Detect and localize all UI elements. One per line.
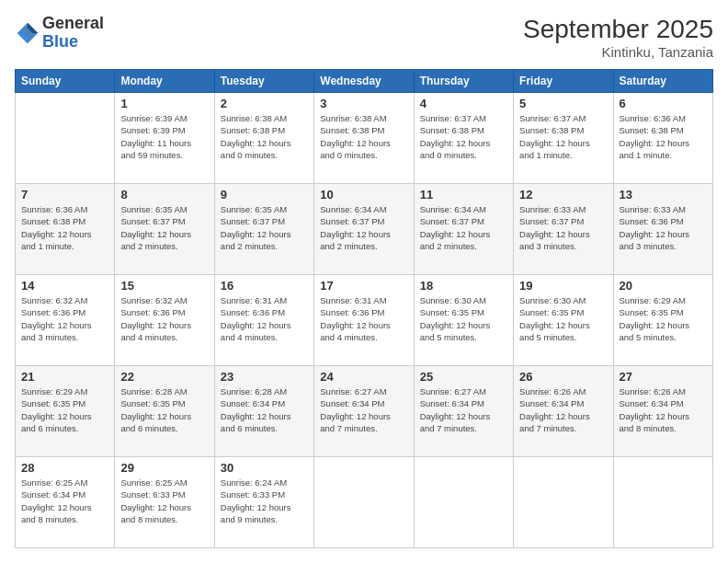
day-info: Sunrise: 6:26 AM Sunset: 6:34 PM Dayligh…: [620, 385, 707, 434]
calendar-body: 1Sunrise: 6:39 AM Sunset: 6:39 PM Daylig…: [16, 93, 713, 548]
day-info: Sunrise: 6:34 AM Sunset: 6:37 PM Dayligh…: [420, 203, 507, 252]
day-info: Sunrise: 6:37 AM Sunset: 6:38 PM Dayligh…: [420, 112, 507, 161]
day-number: 14: [21, 279, 108, 293]
calendar-cell: 17Sunrise: 6:31 AM Sunset: 6:36 PM Dayli…: [314, 275, 414, 366]
day-info: Sunrise: 6:34 AM Sunset: 6:37 PM Dayligh…: [320, 203, 407, 252]
day-info: Sunrise: 6:36 AM Sunset: 6:38 PM Dayligh…: [21, 203, 108, 252]
day-info: Sunrise: 6:29 AM Sunset: 6:35 PM Dayligh…: [620, 294, 707, 343]
calendar-cell: 3Sunrise: 6:38 AM Sunset: 6:38 PM Daylig…: [314, 93, 414, 184]
day-info: Sunrise: 6:25 AM Sunset: 6:33 PM Dayligh…: [120, 477, 208, 525]
day-number: 23: [221, 370, 308, 384]
day-number: 7: [21, 188, 108, 201]
calendar-cell: 15Sunrise: 6:32 AM Sunset: 6:36 PM Dayli…: [115, 275, 214, 366]
day-number: 9: [221, 188, 308, 201]
col-saturday: Saturday: [613, 70, 712, 93]
day-number: 18: [420, 279, 507, 293]
day-number: 10: [320, 188, 407, 201]
calendar-cell: [16, 93, 115, 184]
calendar-header: Sunday Monday Tuesday Wednesday Thursday…: [16, 70, 713, 93]
day-number: 12: [519, 188, 607, 201]
calendar-cell: [314, 457, 414, 548]
calendar-cell: 21Sunrise: 6:29 AM Sunset: 6:35 PM Dayli…: [16, 366, 115, 457]
calendar-cell: 8Sunrise: 6:35 AM Sunset: 6:37 PM Daylig…: [115, 184, 214, 275]
day-info: Sunrise: 6:36 AM Sunset: 6:38 PM Dayligh…: [620, 112, 707, 161]
calendar-cell: 22Sunrise: 6:28 AM Sunset: 6:35 PM Dayli…: [115, 366, 214, 457]
day-info: Sunrise: 6:33 AM Sunset: 6:37 PM Dayligh…: [519, 203, 607, 252]
day-number: 4: [420, 97, 507, 110]
calendar-cell: 6Sunrise: 6:36 AM Sunset: 6:38 PM Daylig…: [613, 93, 712, 184]
day-number: 6: [620, 97, 707, 110]
calendar-cell: 20Sunrise: 6:29 AM Sunset: 6:35 PM Dayli…: [613, 275, 712, 366]
calendar-cell: 7Sunrise: 6:36 AM Sunset: 6:38 PM Daylig…: [16, 184, 115, 275]
day-info: Sunrise: 6:29 AM Sunset: 6:35 PM Dayligh…: [21, 385, 108, 434]
calendar-cell: 27Sunrise: 6:26 AM Sunset: 6:34 PM Dayli…: [613, 366, 712, 457]
day-number: 22: [120, 370, 208, 384]
calendar-cell: [613, 457, 712, 548]
calendar-cell: 18Sunrise: 6:30 AM Sunset: 6:35 PM Dayli…: [414, 275, 513, 366]
day-info: Sunrise: 6:30 AM Sunset: 6:35 PM Dayligh…: [519, 294, 607, 343]
day-number: 28: [21, 461, 108, 475]
day-number: 25: [420, 370, 507, 384]
col-wednesday: Wednesday: [314, 70, 414, 93]
day-number: 5: [519, 97, 607, 110]
calendar-cell: 25Sunrise: 6:27 AM Sunset: 6:34 PM Dayli…: [414, 366, 513, 457]
day-info: Sunrise: 6:31 AM Sunset: 6:36 PM Dayligh…: [320, 294, 407, 343]
day-info: Sunrise: 6:32 AM Sunset: 6:36 PM Dayligh…: [120, 294, 208, 343]
day-number: 26: [519, 370, 607, 384]
title-block: September 2025 Kintinku, Tanzania: [523, 15, 713, 60]
day-info: Sunrise: 6:27 AM Sunset: 6:34 PM Dayligh…: [420, 385, 507, 434]
logo: General Blue: [15, 15, 104, 52]
logo-blue-text: Blue: [42, 32, 78, 51]
page: General Blue September 2025 Kintinku, Ta…: [0, 0, 728, 563]
day-number: 30: [221, 461, 308, 475]
calendar-cell: 23Sunrise: 6:28 AM Sunset: 6:34 PM Dayli…: [214, 366, 313, 457]
week-row-3: 14Sunrise: 6:32 AM Sunset: 6:36 PM Dayli…: [16, 275, 713, 366]
logo-icon: [15, 20, 40, 46]
calendar-cell: 12Sunrise: 6:33 AM Sunset: 6:37 PM Dayli…: [514, 184, 613, 275]
header: General Blue September 2025 Kintinku, Ta…: [15, 15, 713, 60]
day-number: 13: [620, 188, 707, 201]
day-info: Sunrise: 6:32 AM Sunset: 6:36 PM Dayligh…: [21, 294, 108, 343]
day-number: 8: [120, 188, 208, 201]
day-number: 24: [320, 370, 407, 384]
day-info: Sunrise: 6:28 AM Sunset: 6:34 PM Dayligh…: [221, 385, 308, 434]
day-number: 16: [221, 279, 308, 293]
day-number: 1: [120, 97, 208, 110]
calendar-cell: 9Sunrise: 6:35 AM Sunset: 6:37 PM Daylig…: [214, 184, 313, 275]
calendar-cell: 13Sunrise: 6:33 AM Sunset: 6:36 PM Dayli…: [613, 184, 712, 275]
calendar-cell: 2Sunrise: 6:38 AM Sunset: 6:38 PM Daylig…: [214, 93, 313, 184]
day-info: Sunrise: 6:28 AM Sunset: 6:35 PM Dayligh…: [120, 385, 208, 434]
day-info: Sunrise: 6:24 AM Sunset: 6:33 PM Dayligh…: [221, 477, 308, 525]
day-info: Sunrise: 6:35 AM Sunset: 6:37 PM Dayligh…: [221, 203, 308, 252]
col-sunday: Sunday: [16, 70, 115, 93]
calendar-cell: 28Sunrise: 6:25 AM Sunset: 6:34 PM Dayli…: [16, 457, 115, 548]
day-number: 19: [519, 279, 607, 293]
calendar-cell: [414, 457, 513, 548]
calendar-cell: 29Sunrise: 6:25 AM Sunset: 6:33 PM Dayli…: [115, 457, 214, 548]
day-info: Sunrise: 6:26 AM Sunset: 6:34 PM Dayligh…: [519, 385, 607, 434]
logo-general-text: General: [42, 14, 104, 32]
calendar-cell: 10Sunrise: 6:34 AM Sunset: 6:37 PM Dayli…: [314, 184, 414, 275]
day-info: Sunrise: 6:33 AM Sunset: 6:36 PM Dayligh…: [620, 203, 707, 252]
week-row-1: 1Sunrise: 6:39 AM Sunset: 6:39 PM Daylig…: [16, 93, 713, 184]
header-row: Sunday Monday Tuesday Wednesday Thursday…: [16, 70, 713, 93]
week-row-4: 21Sunrise: 6:29 AM Sunset: 6:35 PM Dayli…: [16, 366, 713, 457]
day-info: Sunrise: 6:39 AM Sunset: 6:39 PM Dayligh…: [120, 112, 208, 161]
calendar-cell: 5Sunrise: 6:37 AM Sunset: 6:38 PM Daylig…: [514, 93, 613, 184]
day-info: Sunrise: 6:31 AM Sunset: 6:36 PM Dayligh…: [221, 294, 308, 343]
col-tuesday: Tuesday: [214, 70, 313, 93]
calendar-cell: 14Sunrise: 6:32 AM Sunset: 6:36 PM Dayli…: [16, 275, 115, 366]
day-number: 29: [120, 461, 208, 475]
day-number: 15: [120, 279, 208, 293]
calendar-cell: 1Sunrise: 6:39 AM Sunset: 6:39 PM Daylig…: [115, 93, 214, 184]
day-number: 2: [221, 97, 308, 110]
day-number: 11: [420, 188, 507, 201]
day-number: 3: [320, 97, 407, 110]
page-subtitle: Kintinku, Tanzania: [523, 44, 713, 60]
page-title: September 2025: [523, 15, 713, 44]
calendar-cell: 4Sunrise: 6:37 AM Sunset: 6:38 PM Daylig…: [414, 93, 513, 184]
col-friday: Friday: [514, 70, 613, 93]
day-info: Sunrise: 6:37 AM Sunset: 6:38 PM Dayligh…: [519, 112, 607, 161]
week-row-5: 28Sunrise: 6:25 AM Sunset: 6:34 PM Dayli…: [16, 457, 713, 548]
calendar-cell: 30Sunrise: 6:24 AM Sunset: 6:33 PM Dayli…: [214, 457, 313, 548]
